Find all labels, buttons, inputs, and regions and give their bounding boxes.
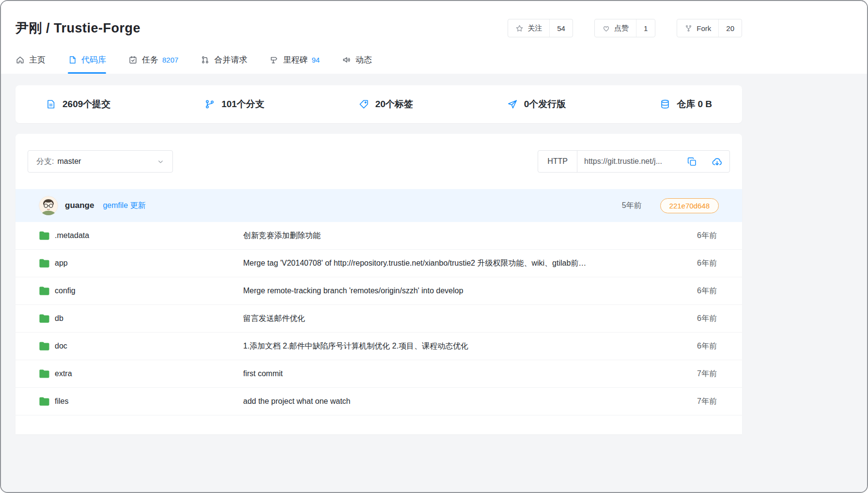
- milestone-icon: [269, 55, 279, 64]
- latest-commit-row: guange gemfile 更新 5年前 221e70d648: [16, 189, 742, 222]
- commits-icon: [46, 99, 56, 110]
- file-row[interactable]: .metadata 创新竞赛添加删除功能 6年前: [16, 222, 742, 250]
- file-row[interactable]: app Merge tag 'V20140708' of http://repo…: [16, 250, 742, 277]
- file-row[interactable]: db 留言发送邮件优化 6年前: [16, 305, 742, 333]
- file-commit-time: 6年前: [688, 341, 717, 351]
- file-row[interactable]: doc 1.添加文档 2.邮件中缺陷序号计算机制优化 2.项目、课程动态优化 6…: [16, 333, 742, 360]
- file-commit-message[interactable]: add the project what one watch: [243, 397, 688, 406]
- star-icon: [515, 24, 524, 32]
- stat-commits[interactable]: 2609个提交: [46, 98, 110, 111]
- commit-time: 5年前: [622, 201, 642, 211]
- fork-count[interactable]: 20: [718, 19, 742, 37]
- branch-value: master: [57, 157, 81, 166]
- file-name[interactable]: app: [55, 259, 68, 268]
- avatar[interactable]: [39, 196, 58, 215]
- watch-button[interactable]: 关注 54: [508, 19, 573, 37]
- database-icon: [660, 99, 670, 110]
- file-commit-time: 7年前: [688, 397, 717, 407]
- tab-badge: 94: [311, 56, 320, 64]
- merge-icon: [201, 55, 210, 64]
- fork-button[interactable]: Fork 20: [677, 19, 742, 37]
- commit-author[interactable]: guange: [65, 201, 94, 210]
- page-header: 尹刚 / Trustie-Forge 关注 54: [1, 1, 867, 74]
- file-row[interactable]: config Merge remote-tracking branch 'rem…: [16, 277, 742, 305]
- file-name[interactable]: extra: [55, 369, 72, 378]
- branch-label: 分支:: [36, 157, 54, 167]
- file-commit-message[interactable]: 1.添加文档 2.邮件中缺陷序号计算机制优化 2.项目、课程动态优化: [243, 341, 688, 351]
- folder-icon: [39, 397, 50, 406]
- heart-icon: [602, 24, 610, 32]
- activity-icon: [342, 55, 351, 64]
- download-button[interactable]: [704, 151, 729, 172]
- file-commit-message[interactable]: 留言发送邮件优化: [243, 314, 688, 324]
- protocol-http-button[interactable]: HTTP: [538, 151, 577, 172]
- stat-repo-size[interactable]: 仓库 0 B: [660, 98, 712, 111]
- file-name[interactable]: config: [55, 286, 76, 295]
- repo-stats-bar: 2609个提交 101个分支 20个标签: [16, 85, 742, 123]
- file-list: .metadata 创新竞赛添加删除功能 6年前 app Merge tag '…: [16, 222, 742, 415]
- file-commit-message[interactable]: 创新竞赛添加删除功能: [243, 231, 688, 241]
- branch-selector[interactable]: 分支: master: [28, 150, 173, 173]
- task-icon: [128, 55, 138, 64]
- tab-label: 里程碑: [283, 54, 308, 65]
- stat-label: 2609个提交: [62, 98, 110, 111]
- folder-icon: [39, 258, 50, 268]
- file-commit-time: 6年前: [688, 231, 717, 241]
- clone-url-field[interactable]: https://git.trustie.net/j...: [577, 151, 679, 172]
- tab-badge: 8207: [162, 56, 178, 64]
- tab-pulls[interactable]: 合并请求: [201, 54, 247, 74]
- repo-browser-card: 分支: master HTTP https://git.trustie.net/…: [16, 134, 742, 434]
- folder-icon: [39, 341, 50, 351]
- commit-hash-badge[interactable]: 221e70d648: [660, 198, 719, 213]
- tab-label: 任务: [142, 54, 158, 65]
- tab-code[interactable]: 代码库: [68, 54, 106, 74]
- copy-icon: [687, 157, 697, 167]
- file-commit-time: 6年前: [688, 286, 717, 296]
- fork-label: Fork: [697, 24, 711, 32]
- tab-issues[interactable]: 任务 8207: [128, 54, 178, 74]
- tab-home[interactable]: 主页: [16, 54, 46, 74]
- file-commit-message[interactable]: first commit: [243, 369, 688, 378]
- folder-icon: [39, 314, 50, 323]
- repo-tabs: 主页 代码库 任务 8207 合并请: [16, 54, 742, 74]
- commit-message-link[interactable]: gemfile 更新: [103, 201, 145, 211]
- file-name[interactable]: files: [55, 397, 68, 406]
- file-name[interactable]: .metadata: [55, 231, 89, 240]
- file-commit-message[interactable]: Merge remote-tracking branch 'remotes/or…: [243, 286, 688, 295]
- tab-activity[interactable]: 动态: [342, 54, 372, 74]
- stat-label: 0个发行版: [524, 98, 566, 111]
- clone-url-group: HTTP https://git.trustie.net/j...: [538, 150, 730, 173]
- folder-icon: [39, 286, 50, 296]
- file-commit-message[interactable]: Merge tag 'V20140708' of http://reposito…: [243, 258, 688, 269]
- file-row[interactable]: extra first commit 7年前: [16, 360, 742, 388]
- watch-label: 关注: [527, 24, 542, 33]
- file-row[interactable]: files add the project what one watch 7年前: [16, 388, 742, 415]
- tab-label: 主页: [29, 54, 46, 65]
- file-commit-time: 7年前: [688, 369, 717, 379]
- cloud-download-icon: [712, 156, 723, 167]
- stat-tags[interactable]: 20个标签: [358, 98, 413, 111]
- repo-icon: [68, 55, 77, 64]
- repo-toolbar: 分支: master HTTP https://git.trustie.net/…: [16, 134, 742, 189]
- watch-count[interactable]: 54: [549, 19, 573, 37]
- tab-label: 代码库: [81, 54, 106, 65]
- page-title: 尹刚 / Trustie-Forge: [16, 19, 140, 37]
- copy-url-button[interactable]: [679, 151, 704, 172]
- stat-releases[interactable]: 0个发行版: [507, 98, 566, 111]
- tab-milestones[interactable]: 里程碑 94: [269, 54, 320, 74]
- file-name[interactable]: db: [55, 314, 63, 323]
- file-commit-time: 6年前: [688, 314, 717, 324]
- folder-icon: [39, 369, 50, 379]
- home-icon: [16, 55, 25, 64]
- like-count[interactable]: 1: [636, 19, 655, 37]
- tab-label: 合并请求: [214, 54, 247, 65]
- release-icon: [507, 99, 518, 110]
- file-commit-time: 6年前: [688, 258, 717, 269]
- stat-branches[interactable]: 101个分支: [204, 98, 264, 111]
- folder-icon: [39, 231, 50, 240]
- file-name[interactable]: doc: [55, 342, 67, 350]
- branch-icon: [204, 99, 215, 110]
- fork-icon: [684, 24, 693, 32]
- like-button[interactable]: 点赞 1: [594, 19, 655, 37]
- stat-label: 20个标签: [375, 98, 413, 111]
